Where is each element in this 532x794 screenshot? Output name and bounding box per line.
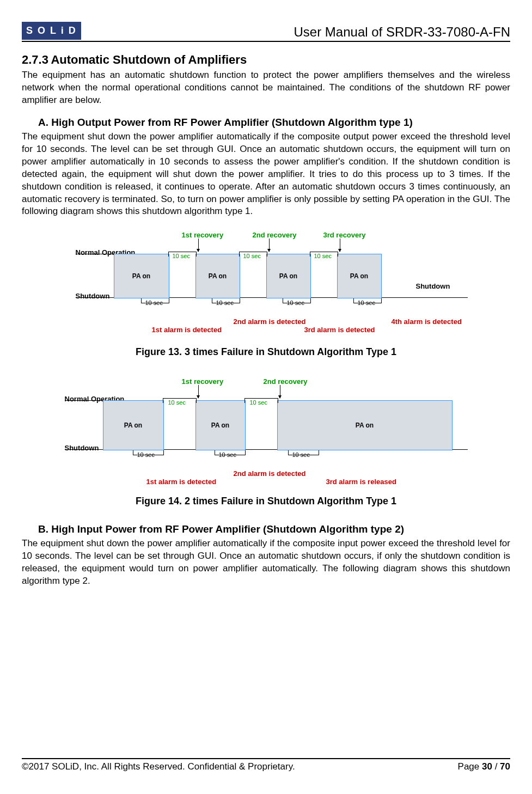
subsection-a-body: The equipment shut down the power amplif… bbox=[22, 131, 510, 218]
label-1st-alarm-14: 1st alarm is detected bbox=[146, 478, 217, 486]
arrow-2nd-recovery bbox=[269, 239, 270, 252]
label-3rd-alarm: 3rd alarm is detected bbox=[304, 326, 375, 334]
pa-on-block-1: PA on bbox=[114, 254, 169, 298]
label-10sec-top-2-14: 10 sec bbox=[250, 399, 267, 406]
subsection-b-heading: B. High Input Power from RF Power Amplif… bbox=[38, 523, 510, 535]
page-footer: ©2017 SOLiD, Inc. All Rights Reserved. C… bbox=[22, 758, 510, 772]
page-current: 30 bbox=[482, 761, 492, 772]
logo: S O L i D bbox=[22, 22, 81, 40]
label-10sec-bot-2-14: 10 sec bbox=[219, 451, 236, 458]
subsection-b-body: The equipment shut down the power amplif… bbox=[22, 538, 510, 588]
pa-on-block-3: PA on bbox=[266, 254, 311, 298]
label-2nd-alarm-14: 2nd alarm is detected bbox=[234, 469, 306, 478]
pa-on-block-4: PA on bbox=[337, 254, 382, 298]
label-3rd-recovery: 3rd recovery bbox=[323, 231, 366, 239]
page-total: 70 bbox=[500, 761, 510, 772]
section-number: 2.7.3 bbox=[22, 53, 48, 66]
section-2-7-3-heading: 2.7.3 Automatic Shutdown of Amplifiers bbox=[22, 53, 510, 67]
page-sep: / bbox=[492, 761, 500, 772]
label-shutdown-right: Shutdown bbox=[416, 282, 450, 290]
label-1st-recovery-14: 1st recovery bbox=[182, 377, 224, 386]
label-10sec-top-1: 10 sec bbox=[173, 253, 190, 259]
pa-on-block-2-14: PA on bbox=[195, 400, 246, 450]
label-shutdown-left: Shutdown bbox=[76, 292, 110, 300]
page-number: Page 30 / 70 bbox=[458, 761, 510, 772]
label-10sec-bot-4: 10 sec bbox=[358, 300, 375, 306]
label-10sec-top-3: 10 sec bbox=[314, 253, 332, 259]
label-3rd-alarm-released-14: 3rd alarm is released bbox=[326, 478, 396, 486]
label-4th-alarm: 4th alarm is detected bbox=[392, 317, 462, 326]
label-shutdown-14: Shutdown bbox=[65, 444, 99, 452]
section-intro: The equipment has an automatic shutdown … bbox=[22, 69, 510, 107]
figure-13-caption: Figure 13. 3 times Failure in Shutdown A… bbox=[22, 346, 510, 358]
label-10sec-bot-1-14: 10 sec bbox=[137, 451, 155, 458]
label-1st-alarm: 1st alarm is detected bbox=[152, 326, 222, 334]
label-10sec-top-2: 10 sec bbox=[243, 253, 261, 259]
label-10sec-bot-3-14: 10 sec bbox=[292, 451, 310, 458]
page: S O L i D User Manual of SRDR-33-7080-A-… bbox=[0, 0, 532, 783]
figure-13-diagram: Normal Operation Shutdown Shutdown PA on… bbox=[59, 228, 473, 342]
arrow-1st-recovery bbox=[198, 239, 199, 252]
label-10sec-top-1-14: 10 sec bbox=[168, 399, 186, 406]
label-2nd-alarm: 2nd alarm is detected bbox=[234, 317, 306, 326]
label-1st-recovery: 1st recovery bbox=[182, 231, 224, 239]
page-word: Page bbox=[458, 761, 482, 772]
figure-14-diagram: Normal Operation Shutdown PA on PA on PA… bbox=[59, 374, 473, 491]
label-2nd-recovery: 2nd recovery bbox=[253, 231, 297, 239]
copyright: ©2017 SOLiD, Inc. All Rights Reserved. C… bbox=[22, 761, 295, 772]
arrow-3rd-recovery bbox=[340, 239, 340, 252]
pa-on-block-3-14: PA on bbox=[277, 400, 452, 450]
doc-title: User Manual of SRDR-33-7080-A-FN bbox=[294, 25, 510, 40]
arrow-2nd-recovery-14 bbox=[280, 385, 280, 398]
label-10sec-bot-1: 10 sec bbox=[145, 300, 163, 306]
pa-on-block-1-14: PA on bbox=[103, 400, 164, 450]
label-10sec-bot-3: 10 sec bbox=[287, 300, 304, 306]
pa-on-block-2: PA on bbox=[195, 254, 240, 298]
figure-14-caption: Figure 14. 2 times Failure in Shutdown A… bbox=[22, 496, 510, 507]
subsection-a-heading: A. High Output Power from RF Power Ampli… bbox=[38, 117, 510, 129]
arrow-1st-recovery-14 bbox=[198, 385, 199, 398]
label-10sec-bot-2: 10 sec bbox=[216, 300, 234, 306]
section-title: Automatic Shutdown of Amplifiers bbox=[51, 53, 247, 66]
page-header: S O L i D User Manual of SRDR-33-7080-A-… bbox=[22, 22, 510, 42]
label-2nd-recovery-14: 2nd recovery bbox=[264, 377, 308, 386]
